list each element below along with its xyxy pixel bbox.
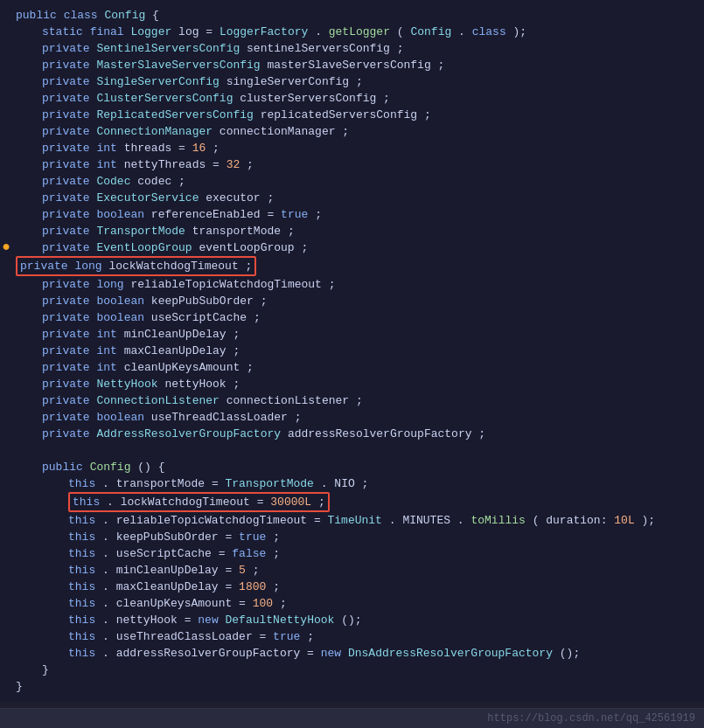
line-content-41: } bbox=[12, 678, 697, 695]
kw-public: public bbox=[16, 9, 57, 22]
line-content-39: this . addressResolverGroupFactory = new… bbox=[12, 645, 697, 662]
line-content-11: private Codec codec ; bbox=[12, 173, 697, 190]
code-line-30: this . lockWatchdogTimeout = 30000L ; bbox=[0, 492, 704, 512]
code-line-4: private MasterSlaveServersConfig masterS… bbox=[0, 57, 704, 73]
code-line-40: } bbox=[0, 662, 704, 678]
code-line-35: this . maxCleanUpDelay = 1800 ; bbox=[0, 579, 704, 595]
code-line-7: private ReplicatedServersConfig replicat… bbox=[0, 107, 704, 123]
code-editor: public class Config { static final Logge… bbox=[0, 0, 704, 702]
line-content-8: private ConnectionManager connectionMana… bbox=[12, 123, 697, 140]
type-config: Config bbox=[104, 9, 145, 22]
line-content-13: private boolean referenceEnabled = true … bbox=[12, 206, 697, 223]
highlight-box-2: this . lockWatchdogTimeout = 30000L ; bbox=[68, 492, 330, 512]
line-content-1: public class Config { bbox=[12, 7, 697, 24]
line-content-37: this . nettyHook = new DefaultNettyHook … bbox=[12, 612, 697, 628]
code-line-8: private ConnectionManager connectionMana… bbox=[0, 123, 704, 140]
code-line-26: private AddressResolverGroupFactory addr… bbox=[0, 426, 704, 442]
highlight-box-1: private long lockWatchdogTimeout ; bbox=[16, 256, 256, 276]
code-line-38: this . useThreadClassLoader = true ; bbox=[0, 628, 704, 645]
code-line-9: private int threads = 16 ; bbox=[0, 140, 704, 156]
line-content-26: private AddressResolverGroupFactory addr… bbox=[12, 426, 697, 442]
line-content-22: private int cleanUpKeysAmount ; bbox=[12, 359, 697, 376]
line-content-31: this . reliableTopicWatchdogTimeout = Ti… bbox=[12, 512, 697, 529]
line-content-40: } bbox=[12, 662, 697, 678]
code-line-19: private boolean useScriptCache ; bbox=[0, 309, 704, 326]
code-line-36: this . cleanUpKeysAmount = 100 ; bbox=[0, 595, 704, 612]
kw-int: int bbox=[96, 142, 116, 155]
line-content-30: this . lockWatchdogTimeout = 30000L ; bbox=[12, 492, 697, 512]
line-content-21: private int maxCleanUpDelay ; bbox=[12, 343, 697, 359]
code-line-1: public class Config { bbox=[0, 7, 704, 24]
line-content-24: private ConnectionListener connectionLis… bbox=[12, 392, 697, 409]
line-content-16: private long lockWatchdogTimeout ; bbox=[12, 256, 697, 276]
line-content-25: private boolean useThreadClassLoader ; bbox=[12, 409, 697, 426]
line-content-3: private SentinelServersConfig sentinelSe… bbox=[12, 40, 697, 57]
code-line-24: private ConnectionListener connectionLis… bbox=[0, 392, 704, 409]
line-content-34: this . minCleanUpDelay = 5 ; bbox=[12, 562, 697, 579]
line-content-23: private NettyHook nettyHook ; bbox=[12, 376, 697, 392]
code-line-2: static final Logger log = LoggerFactory … bbox=[0, 24, 704, 40]
line-content-35: this . maxCleanUpDelay = 1800 ; bbox=[12, 579, 697, 595]
code-line-5: private SingleServerConfig singleServerC… bbox=[0, 73, 704, 90]
code-line-22: private int cleanUpKeysAmount ; bbox=[0, 359, 704, 376]
code-line-15: ● private EventLoopGroup eventLoopGroup … bbox=[0, 239, 704, 256]
code-line-12: private ExecutorService executor ; bbox=[0, 190, 704, 206]
code-line-27 bbox=[0, 442, 704, 459]
code-line-37: this . nettyHook = new DefaultNettyHook … bbox=[0, 612, 704, 628]
gutter-15: ● bbox=[0, 239, 12, 256]
line-content-18: private boolean keepPubSubOrder ; bbox=[12, 293, 697, 309]
line-content-7: private ReplicatedServersConfig replicat… bbox=[12, 107, 697, 123]
code-line-11: private Codec codec ; bbox=[0, 173, 704, 190]
line-content-9: private int threads = 16 ; bbox=[12, 140, 697, 156]
line-content-20: private int minCleanUpDelay ; bbox=[12, 326, 697, 343]
line-content-15: private EventLoopGroup eventLoopGroup ; bbox=[12, 239, 697, 256]
line-content-33: this . useScriptCache = false ; bbox=[12, 545, 697, 562]
line-content-38: this . useThreadClassLoader = true ; bbox=[12, 628, 697, 645]
code-line-17: private long reliableTopicWatchdogTimeou… bbox=[0, 276, 704, 293]
line-content-27 bbox=[12, 442, 697, 459]
line-content-14: private TransportMode transportMode ; bbox=[12, 223, 697, 239]
code-line-29: this . transportMode = TransportMode . N… bbox=[0, 475, 704, 492]
line-content-10: private int nettyThreads = 32 ; bbox=[12, 156, 697, 173]
line-content-29: this . transportMode = TransportMode . N… bbox=[12, 475, 697, 492]
footer-url: https://blog.csdn.net/qq_42561919 bbox=[0, 708, 704, 728]
line-content-17: private long reliableTopicWatchdogTimeou… bbox=[12, 276, 697, 293]
line-content-28: public Config () { bbox=[12, 459, 697, 475]
line-content-4: private MasterSlaveServersConfig masterS… bbox=[12, 57, 697, 73]
line-content-6: private ClusterServersConfig clusterServ… bbox=[12, 90, 697, 107]
code-line-14: private TransportMode transportMode ; bbox=[0, 223, 704, 239]
code-line-13: private boolean referenceEnabled = true … bbox=[0, 206, 704, 223]
code-line-32: this . keepPubSubOrder = true ; bbox=[0, 529, 704, 545]
line-content-5: private SingleServerConfig singleServerC… bbox=[12, 73, 697, 90]
code-line-6: private ClusterServersConfig clusterServ… bbox=[0, 90, 704, 107]
line-content-12: private ExecutorService executor ; bbox=[12, 190, 697, 206]
code-line-20: private int minCleanUpDelay ; bbox=[0, 326, 704, 343]
code-line-16: private long lockWatchdogTimeout ; bbox=[0, 256, 704, 276]
code-line-41: } bbox=[0, 678, 704, 695]
code-line-3: private SentinelServersConfig sentinelSe… bbox=[0, 40, 704, 57]
line-content-19: private boolean useScriptCache ; bbox=[12, 309, 697, 326]
code-line-21: private int maxCleanUpDelay ; bbox=[0, 343, 704, 359]
code-line-10: private int nettyThreads = 32 ; bbox=[0, 156, 704, 173]
kw-class: class bbox=[64, 9, 98, 22]
code-line-25: private boolean useThreadClassLoader ; bbox=[0, 409, 704, 426]
code-line-31: this . reliableTopicWatchdogTimeout = Ti… bbox=[0, 512, 704, 529]
code-line-28: public Config () { bbox=[0, 459, 704, 475]
code-line-23: private NettyHook nettyHook ; bbox=[0, 376, 704, 392]
field-threads: threads bbox=[124, 142, 172, 155]
line-content-32: this . keepPubSubOrder = true ; bbox=[12, 529, 697, 545]
line-content-36: this . cleanUpKeysAmount = 100 ; bbox=[12, 595, 697, 612]
code-line-34: this . minCleanUpDelay = 5 ; bbox=[0, 562, 704, 579]
code-line-33: this . useScriptCache = false ; bbox=[0, 545, 704, 562]
code-line-39: this . addressResolverGroupFactory = new… bbox=[0, 645, 704, 662]
line-content-2: static final Logger log = LoggerFactory … bbox=[12, 24, 697, 40]
code-line-18: private boolean keepPubSubOrder ; bbox=[0, 293, 704, 309]
